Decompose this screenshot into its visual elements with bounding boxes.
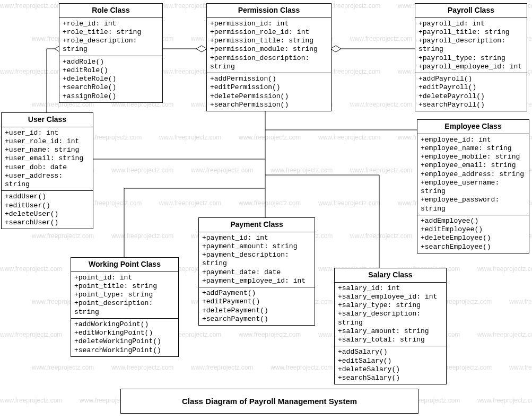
class-permission-header: Permission Class [207,4,331,18]
class-member: +salary_total: string [338,336,443,344]
watermark-text: www.freeprojectz.com [159,199,221,207]
watermark-text: www.freeprojectz.com [350,232,412,240]
class-employee-ops: +addEmployee()+editEmployee()+deleteEmpl… [417,215,529,253]
class-employee-header: Employee Class [417,120,529,134]
class-workingpoint-header: Working Point Class [71,258,178,272]
watermark-text: www.freeprojectz.com [111,232,173,240]
class-member: +employee_address: string [421,170,526,179]
watermark-text: www.freeprojectz.com [191,364,253,371]
class-member: +point_id: int [74,274,175,282]
class-member: +deleteEmployee() [421,234,526,242]
watermark-text: www.freeprojectz.com [271,364,333,371]
class-member: +permission_id: int [210,20,328,28]
class-member: +point_description: string [74,299,175,317]
class-member: +role_id: int [63,20,159,28]
watermark-text: www.freeprojectz.com [477,265,532,273]
watermark-text: www.freeprojectz.com [0,265,62,273]
watermark-text: www.freeprojectz.com [159,134,221,141]
class-member: +searchWorkingPoint() [74,346,175,355]
class-member: +payroll_type: string [418,54,524,63]
diagram-title: Class Diagram of Payroll Management Syst… [120,389,418,414]
watermark-text: www.freeprojectz.com [191,167,253,174]
watermark-text: www.freeprojectz.com [350,35,412,42]
class-member: +salary_amount: string [338,327,443,336]
class-payment-ops: +addPayment()+editPayment()+deletePaymen… [199,287,315,325]
class-salary: Salary Class +salary_id: int+salary_empl… [334,268,447,384]
class-member: +payment_description: string [202,251,311,268]
class-payroll-ops: +addPayroll()+editPayroll()+deletePayrol… [415,73,527,111]
watermark-text: www.freeprojectz.com [271,167,333,174]
watermark-text: www.freeprojectz.com [350,101,412,108]
watermark-text: www.freeprojectz.com [318,134,380,141]
class-member: +user_address: string [5,172,90,189]
class-member: +searchPayment() [202,315,311,323]
class-workingpoint-attrs: +point_id: int+point_title: string+point… [71,272,178,318]
class-member: +employee_username: string [421,179,526,196]
class-payment-header: Payment Class [199,218,315,232]
class-role-attrs: +role_id: int+role_title: string+role_de… [59,18,162,56]
class-user-header: User Class [2,113,93,127]
class-member: +user_role_id: int [5,137,90,146]
class-member: +permission_description: string [210,54,328,72]
class-member: +salary_type: string [338,301,443,310]
class-member: +user_dob: date [5,163,90,172]
class-member: +payroll_title: string [418,28,524,37]
class-member: +editEmployee() [421,225,526,234]
class-payroll-header: Payroll Class [415,4,527,18]
watermark-text: www.freeprojectz.com [509,364,532,371]
class-member: +addEmployee() [421,217,526,225]
class-member: +deletePermission() [210,92,328,101]
class-user-attrs: +user_id: int+user_role_id: int+user_nam… [2,127,93,191]
class-member: +employee_password: string [421,196,526,213]
class-permission-ops: +addPermission()+editPermission()+delete… [207,73,331,111]
class-member: +deletePayment() [202,307,311,315]
class-member: +employee_mobile: string [421,153,526,161]
class-member: +employee_id: int [421,136,526,144]
class-member: +user_email: string [5,154,90,163]
class-permission: Permission Class +permission_id: int+per… [206,3,332,111]
class-member: +searchUser() [5,218,90,227]
class-member: +searchPermission() [210,101,328,109]
class-member: +addPermission() [210,75,328,83]
class-member: +searchEmployee() [421,243,526,251]
class-member: +editPayment() [202,298,311,306]
watermark-text: www.freeprojectz.com [239,331,301,338]
class-member: +addRole() [63,58,159,66]
class-member: +deleteSalary() [338,365,443,374]
class-workingpoint-ops: +addWorkingPoint()+editWorkingPoint()+de… [71,318,178,356]
watermark-text: www.freeprojectz.com [0,331,62,338]
watermark-text: www.freeprojectz.com [111,364,173,371]
class-member: +addUser() [5,192,90,201]
watermark-text: www.freeprojectz.com [350,167,412,174]
class-member: +editRole() [63,66,159,75]
class-member: +payment_amount: string [202,242,311,251]
class-member: +payment_id: int [202,234,311,242]
class-member: +permission_title: string [210,37,328,45]
class-payroll-attrs: +payroll_id: int+payroll_title: string+p… [415,18,527,73]
svg-marker-2 [330,46,341,52]
class-member: +point_type: string [74,291,175,299]
class-member: +user_name: string [5,146,90,154]
watermark-text: www.freeprojectz.com [239,134,301,141]
class-payment-attrs: +payment_id: int+payment_amount: string+… [199,232,315,287]
class-salary-attrs: +salary_id: int+salary_employee_id: int+… [335,283,446,346]
class-role-ops: +addRole()+editRole()+deleteRole()+searc… [59,56,162,102]
watermark-text: www.freeprojectz.com [32,364,94,371]
watermark-text: www.freeprojectz.com [111,167,173,174]
class-member: +addWorkingPoint() [74,320,175,329]
class-salary-ops: +addSalary()+editSalary()+deleteSalary()… [335,346,446,384]
class-member: +employee_name: string [421,144,526,153]
watermark-text: www.freeprojectz.com [477,331,532,338]
class-member: +employee_email: string [421,161,526,170]
class-member: +salary_description: string [338,310,443,327]
class-member: +addPayroll() [418,75,524,83]
class-member: +deleteWorkingPoint() [74,337,175,346]
class-payment: Payment Class +payment_id: int+payment_a… [198,217,315,326]
class-member: +user_id: int [5,129,90,137]
class-member: +addSalary() [338,348,443,356]
class-member: +payroll_id: int [418,20,524,28]
class-member: +deletePayroll() [418,92,524,101]
class-workingpoint: Working Point Class +point_id: int+point… [71,257,179,357]
class-member: +payroll_employee_id: int [418,63,524,71]
class-member: +deleteRole() [63,75,159,83]
